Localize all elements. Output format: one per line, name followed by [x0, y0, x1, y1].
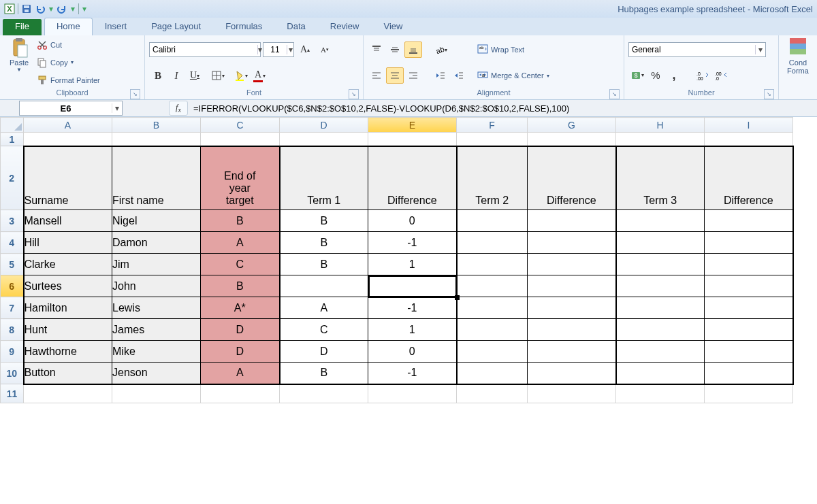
row-header-5[interactable]: 5	[1, 254, 24, 275]
cell-B4[interactable]: Damon	[112, 232, 201, 254]
save-icon[interactable]	[21, 3, 32, 14]
cell-F5[interactable]	[457, 254, 528, 275]
redo-icon[interactable]	[57, 3, 67, 14]
undo-icon[interactable]	[35, 3, 46, 14]
row-header-10[interactable]: 10	[1, 363, 24, 384]
font-size-combo[interactable]: ▾	[263, 42, 294, 57]
cell-E10[interactable]: -1	[368, 363, 457, 384]
cell-A8[interactable]: Hunt	[24, 319, 112, 341]
cell-I6[interactable]	[705, 275, 793, 297]
increase-font-icon[interactable]: A▴	[296, 41, 314, 58]
cell-I10[interactable]	[705, 363, 793, 384]
insert-function-button[interactable]: fx	[169, 101, 188, 116]
cell-H6[interactable]	[616, 275, 705, 297]
cell-I8[interactable]	[705, 319, 793, 341]
cell-I9[interactable]	[705, 341, 793, 363]
cell-C11[interactable]	[201, 384, 280, 403]
row-header-3[interactable]: 3	[1, 210, 24, 232]
cell-E3[interactable]: 0	[368, 210, 457, 232]
formula-input[interactable]	[191, 101, 817, 116]
cell-E5[interactable]: 1	[368, 254, 457, 275]
cell-H7[interactable]	[616, 297, 705, 319]
cell-H1[interactable]	[616, 133, 705, 146]
cell-C8[interactable]: D	[201, 319, 280, 341]
cell-B2[interactable]: First name	[112, 146, 201, 210]
cell-A1[interactable]	[24, 133, 112, 146]
cell-D6[interactable]	[280, 275, 368, 297]
column-header-A[interactable]: A	[24, 118, 112, 133]
cell-G10[interactable]	[528, 363, 616, 384]
cell-I7[interactable]	[705, 297, 793, 319]
cell-B6[interactable]: John	[112, 275, 201, 297]
cell-A6[interactable]: Surtees	[24, 275, 112, 297]
align-right-icon[interactable]	[404, 67, 422, 84]
column-header-D[interactable]: D	[280, 118, 368, 133]
cell-C4[interactable]: A	[201, 232, 280, 254]
cell-H10[interactable]	[616, 363, 705, 384]
cell-B10[interactable]: Jenson	[112, 363, 201, 384]
cell-F1[interactable]	[457, 133, 528, 146]
cell-D8[interactable]: C	[280, 319, 368, 341]
cell-C9[interactable]: D	[201, 341, 280, 363]
row-header-4[interactable]: 4	[1, 232, 24, 254]
bold-button[interactable]: B	[149, 67, 167, 84]
cell-C1[interactable]	[201, 133, 280, 146]
cell-G1[interactable]	[528, 133, 616, 146]
cell-B5[interactable]: Jim	[112, 254, 201, 275]
orientation-icon[interactable]: ab▾	[432, 41, 449, 58]
number-format-input[interactable]	[629, 45, 755, 54]
cell-A7[interactable]: Hamilton	[24, 297, 112, 319]
column-header-E[interactable]: E	[368, 118, 457, 133]
borders-button[interactable]: ▾	[209, 67, 227, 84]
tab-view[interactable]: View	[371, 18, 415, 35]
cell-H2[interactable]: Term 3	[616, 146, 705, 210]
cell-H4[interactable]	[616, 232, 705, 254]
align-top-icon[interactable]	[368, 41, 385, 58]
cell-B1[interactable]	[112, 133, 201, 146]
cell-E6[interactable]	[368, 275, 457, 297]
cell-F10[interactable]	[457, 363, 528, 384]
wrap-text-button[interactable]: ab Wrap Text	[475, 42, 552, 57]
format-painter-button[interactable]: Format Painter	[37, 75, 100, 86]
decrease-font-icon[interactable]: A▾	[316, 41, 334, 58]
cell-G8[interactable]	[528, 319, 616, 341]
cell-A3[interactable]: Mansell	[24, 210, 112, 232]
accounting-format-icon[interactable]: $▾	[628, 67, 646, 84]
row-header-7[interactable]: 7	[1, 297, 24, 319]
cell-D2[interactable]: Term 1	[280, 146, 368, 210]
cell-A11[interactable]	[24, 384, 112, 403]
cell-E7[interactable]: -1	[368, 297, 457, 319]
chevron-down-icon[interactable]: ▾	[287, 45, 293, 54]
cell-B7[interactable]: Lewis	[112, 297, 201, 319]
cell-G6[interactable]	[528, 275, 616, 297]
cell-C7[interactable]: A*	[201, 297, 280, 319]
align-left-icon[interactable]	[368, 67, 385, 84]
cell-H8[interactable]	[616, 319, 705, 341]
decrease-indent-icon[interactable]	[432, 67, 449, 84]
worksheet-grid[interactable]: ABCDEFGHI12SurnameFirst nameEnd ofyearta…	[0, 117, 817, 403]
name-box-input[interactable]	[20, 103, 112, 114]
tab-review[interactable]: Review	[318, 18, 372, 35]
cell-I3[interactable]	[705, 210, 793, 232]
underline-button[interactable]: U ▾	[186, 67, 204, 84]
merge-center-button[interactable]: a Merge & Center ▾	[475, 68, 552, 83]
font-color-button[interactable]: A▾	[251, 67, 268, 84]
cell-H5[interactable]	[616, 254, 705, 275]
cell-A5[interactable]: Clarke	[24, 254, 112, 275]
paste-button[interactable]: Paste ▼	[4, 37, 34, 88]
cell-G5[interactable]	[528, 254, 616, 275]
italic-button[interactable]: I	[167, 67, 185, 84]
cell-H9[interactable]	[616, 341, 705, 363]
row-header-6[interactable]: 6	[1, 275, 24, 297]
number-format-combo[interactable]: ▾	[628, 42, 766, 57]
cell-D5[interactable]: B	[280, 254, 368, 275]
increase-indent-icon[interactable]	[450, 67, 468, 84]
number-dialog-launcher-icon[interactable]: ↘	[764, 89, 774, 99]
tab-insert[interactable]: Insert	[93, 18, 140, 35]
column-header-G[interactable]: G	[528, 118, 616, 133]
cell-H3[interactable]	[616, 210, 705, 232]
cell-D1[interactable]	[280, 133, 368, 146]
cell-I11[interactable]	[705, 384, 793, 403]
cell-A10[interactable]: Button	[24, 363, 112, 384]
cell-H11[interactable]	[616, 384, 705, 403]
